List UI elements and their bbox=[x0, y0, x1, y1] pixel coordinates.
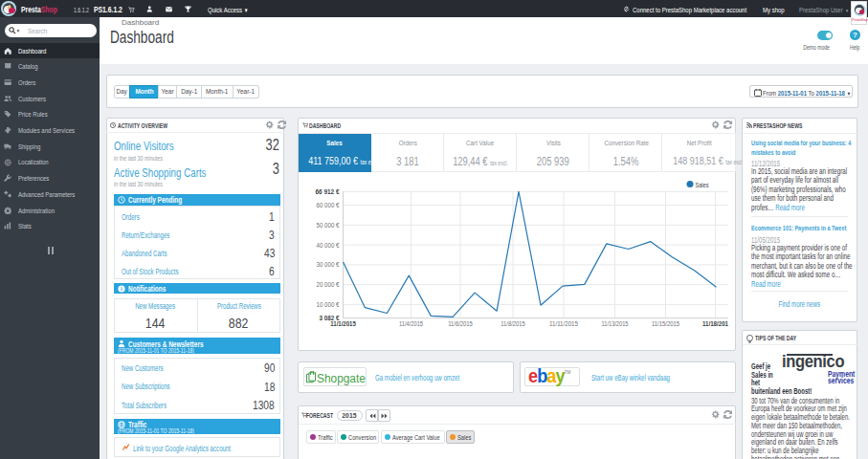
svg-text:11/11/2015: 11/11/2015 bbox=[549, 319, 578, 328]
svg-text:11/4/2015: 11/4/2015 bbox=[399, 319, 423, 328]
svg-text:20 000 €: 20 000 € bbox=[317, 280, 341, 289]
svg-text:50 000 €: 50 000 € bbox=[317, 221, 341, 230]
svg-text:11/13/2015: 11/13/2015 bbox=[602, 319, 629, 328]
svg-text:11/8/2015: 11/8/2015 bbox=[501, 319, 525, 328]
svg-text:30 000 €: 30 000 € bbox=[317, 260, 341, 269]
svg-text:11/6/2015: 11/6/2015 bbox=[448, 319, 473, 328]
svg-text:11/18/201: 11/18/201 bbox=[702, 319, 728, 328]
svg-text:11/15/2015: 11/15/2015 bbox=[652, 319, 679, 328]
svg-text:66 912 €: 66 912 € bbox=[316, 187, 341, 196]
svg-text:3 082 €: 3 082 € bbox=[320, 314, 341, 322]
svg-text:40 000 €: 40 000 € bbox=[317, 241, 341, 250]
svg-text:60 000 €: 60 000 € bbox=[317, 201, 341, 209]
svg-text:Sales: Sales bbox=[696, 181, 709, 189]
svg-text:10 000 €: 10 000 € bbox=[317, 300, 341, 309]
